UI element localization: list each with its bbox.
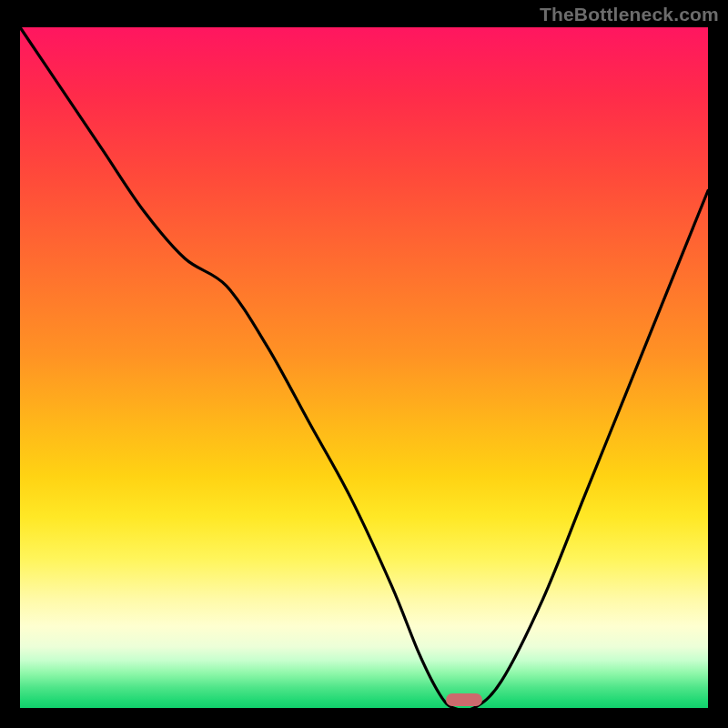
optimal-marker — [446, 693, 482, 706]
curve-path — [20, 27, 708, 711]
plot-area — [20, 27, 708, 708]
chart-frame: TheBottleneck.com — [0, 0, 728, 728]
bottleneck-curve — [20, 27, 708, 708]
watermark-text: TheBottleneck.com — [540, 4, 719, 25]
